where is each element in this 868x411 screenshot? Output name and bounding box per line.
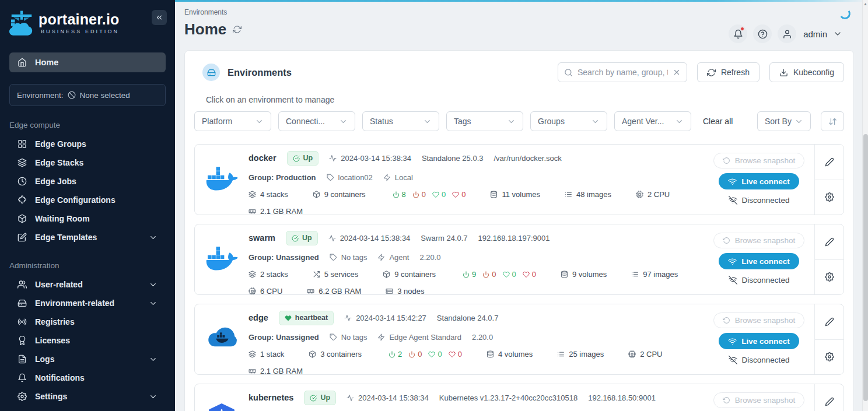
environment-selector[interactable]: Environment: None selected	[9, 84, 166, 106]
refresh-icon[interactable]	[233, 25, 242, 34]
sidebar-item-label: Edge Jobs	[35, 177, 76, 186]
sidebar-item-settings[interactable]: Settings	[9, 387, 166, 406]
filter-label: Platform	[202, 117, 232, 126]
edit-environment-button[interactable]	[815, 145, 844, 180]
box-icon	[309, 350, 316, 358]
chevron-down-icon	[149, 355, 158, 364]
search-input[interactable]	[578, 68, 668, 77]
heart-green-count: 0	[503, 269, 516, 279]
zap-icon	[377, 333, 385, 341]
tags: No tags	[330, 252, 368, 262]
environment-card-kubernetes[interactable]: kubernetesUp2024-03-14 15:38:34Kubernete…	[194, 384, 844, 411]
settings-icon	[825, 272, 834, 282]
environment-settings-button[interactable]	[815, 340, 844, 375]
stat-2-stacks: 2 stacks	[249, 269, 288, 279]
live-connect-button[interactable]: Live connect	[719, 253, 799, 269]
sort-by-select[interactable]: Sort By	[757, 111, 811, 131]
sidebar-item-home[interactable]: Home	[9, 52, 166, 72]
browse-snapshot-button[interactable]: Browse snapshot	[713, 312, 805, 328]
sidebar-item-licenses[interactable]: Licenses	[9, 331, 166, 350]
filter-agent-ver[interactable]: Agent Ver...	[614, 111, 691, 131]
browse-snapshot-button[interactable]: Browse snapshot	[713, 392, 805, 408]
sidebar-item-edge-groups[interactable]: Edge Groups	[9, 135, 166, 153]
disconnected-status: Disconnected	[729, 276, 790, 284]
filter-platform[interactable]: Platform	[194, 111, 271, 131]
platform-version: Kubernetes v1.23.17-2+40cc20cc310518	[439, 393, 578, 403]
sidebar-item-edge-configurations[interactable]: Edge Configurations	[9, 191, 166, 209]
edit-environment-button[interactable]	[815, 304, 844, 340]
sidebar-item-label: Registries	[35, 317, 75, 326]
status-badge: heartbeat	[279, 311, 334, 325]
stat-25-images: 25 images	[557, 349, 604, 359]
heart-green-count: 0	[428, 349, 442, 359]
environment-card-swarm[interactable]: swarmUp2024-03-14 15:38:34Swarm 24.0.719…	[194, 224, 844, 295]
cpu-icon	[249, 287, 256, 295]
sidebar-collapse-button[interactable]	[152, 10, 167, 25]
sidebar-item-user-related[interactable]: User-related	[9, 275, 166, 294]
kubeconfig-button[interactable]: Kubeconfig	[769, 62, 844, 82]
user-avatar[interactable]	[778, 24, 796, 43]
live-connect-button[interactable]: Live connect	[719, 333, 799, 349]
section-label-edge-compute: Edge compute	[9, 121, 166, 129]
zap-icon	[383, 174, 391, 181]
environment-settings-button[interactable]	[815, 180, 844, 215]
sidebar-item-logs[interactable]: Logs	[9, 350, 166, 368]
environment-card-docker[interactable]: dockerUp2024-03-14 15:38:34Standalone 25…	[194, 144, 844, 215]
stat-9-containers: 9 containers	[313, 189, 366, 199]
sidebar-item-edge-stacks[interactable]: Edge Stacks	[9, 153, 166, 172]
clear-search-icon[interactable]	[673, 68, 681, 76]
sidebar-item-edge-jobs[interactable]: Edge Jobs	[9, 172, 166, 191]
puzzle-icon	[18, 195, 27, 205]
logo-title: portainer.io	[38, 12, 120, 27]
chevron-down-icon	[675, 117, 684, 126]
activity-icon	[344, 314, 352, 322]
breadcrumb[interactable]: Environments	[184, 8, 868, 16]
refresh-button[interactable]: Refresh	[697, 62, 760, 82]
sidebar-item-edge-templates[interactable]: Edge Templates	[9, 228, 166, 247]
environment-selector-value: None selected	[80, 91, 130, 100]
filter-connecti[interactable]: Connecti...	[278, 111, 355, 131]
sort-order-button[interactable]	[821, 111, 844, 131]
sidebar-item-registries[interactable]: Registries	[9, 312, 166, 331]
clear-all-button[interactable]: Clear all	[703, 117, 733, 126]
layers-icon	[249, 191, 256, 198]
refresh-button-label: Refresh	[721, 68, 750, 77]
filter-label: Groups	[538, 117, 565, 126]
activity-icon	[346, 394, 354, 402]
memory-icon	[249, 208, 256, 215]
layers-icon	[249, 350, 256, 358]
environment-name: swarm	[249, 233, 275, 243]
heart-icon	[452, 191, 459, 198]
help-circle-icon	[758, 29, 768, 39]
sidebar-item-waiting-room[interactable]: Waiting Room	[9, 209, 166, 228]
edit-environment-button[interactable]	[815, 384, 844, 411]
environment-card-edge[interactable]: edgeheartbeat2024-03-14 15:42:27Standalo…	[194, 304, 844, 375]
browse-snapshot-button[interactable]: Browse snapshot	[713, 153, 805, 168]
filter-tags[interactable]: Tags	[446, 111, 523, 131]
notifications-bell-button[interactable]	[729, 24, 747, 43]
environment-name: docker	[249, 153, 276, 163]
scrollbar[interactable]: ▲	[862, 0, 868, 411]
sidebar-item-environment-related[interactable]: Environment-related	[9, 294, 166, 312]
chevrons-left-icon	[155, 13, 163, 22]
edit-environment-button[interactable]	[815, 224, 844, 260]
scrollbar-up-arrow[interactable]: ▲	[863, 0, 868, 7]
docker-logo-icon	[205, 243, 239, 276]
environment-settings-button[interactable]	[815, 260, 844, 295]
help-button[interactable]	[753, 24, 772, 43]
scrollbar-thumb[interactable]	[863, 134, 868, 401]
snapshot-time: 2024-03-14 15:38:34	[346, 393, 429, 403]
layers-icon	[18, 158, 27, 167]
browse-snapshot-button[interactable]: Browse snapshot	[713, 233, 805, 248]
platform-version: Standalone 24.0.7	[437, 313, 499, 323]
power-red-count: 0	[412, 189, 426, 199]
sidebar-item-notifications[interactable]: Notifications	[9, 368, 166, 387]
filter-status[interactable]: Status	[362, 111, 439, 131]
snapshot-time: 2024-03-14 15:38:34	[329, 153, 411, 163]
settings-icon	[825, 192, 834, 202]
edit-icon	[18, 233, 27, 242]
list-icon	[631, 271, 639, 278]
chevron-down-icon[interactable]	[833, 29, 842, 38]
filter-groups[interactable]: Groups	[530, 111, 607, 131]
live-connect-button[interactable]: Live connect	[719, 173, 799, 189]
